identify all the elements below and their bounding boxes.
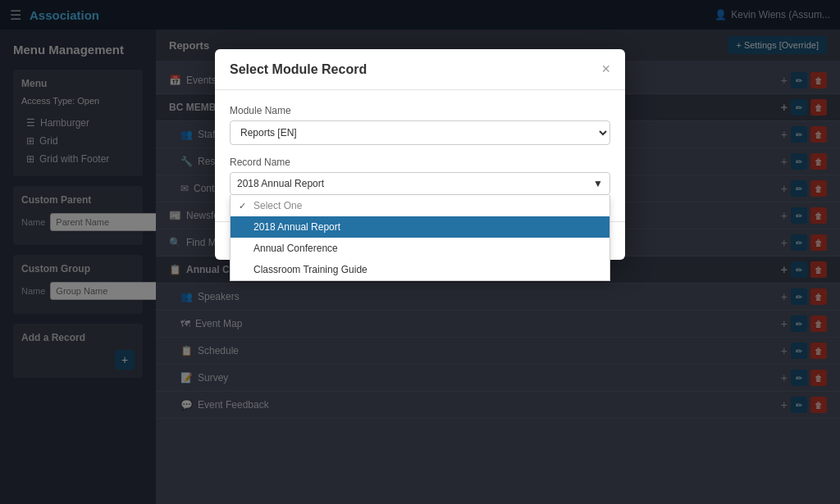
- dropdown-chevron-icon: ▼: [593, 178, 603, 189]
- dropdown-option-annual-conference[interactable]: Annual Conference: [231, 238, 609, 259]
- modal-header: Select Module Record ×: [215, 49, 625, 90]
- record-name-group: Record Name 2018 Annual Report ▼ ✓ Selec…: [230, 157, 610, 195]
- record-name-dropdown: 2018 Annual Report ▼ ✓ Select One 2018 A…: [230, 172, 610, 195]
- dropdown-option-label: 2018 Annual Report: [253, 221, 340, 233]
- record-name-dropdown-trigger[interactable]: 2018 Annual Report ▼: [230, 172, 610, 195]
- dropdown-option-label: Annual Conference: [253, 243, 338, 254]
- modal-close-button[interactable]: ×: [601, 61, 610, 78]
- module-name-label: Module Name: [230, 105, 610, 116]
- select-module-modal: Select Module Record × Module Name Repor…: [215, 49, 625, 260]
- record-name-label: Record Name: [230, 157, 610, 168]
- dropdown-option-classroom-guide[interactable]: Classroom Training Guide: [231, 259, 609, 280]
- module-name-select[interactable]: Reports [EN]: [230, 120, 610, 145]
- dropdown-option-annual-report[interactable]: 2018 Annual Report: [231, 216, 609, 238]
- dropdown-list: ✓ Select One 2018 Annual Report Annual C…: [230, 195, 610, 281]
- dropdown-option-placeholder[interactable]: ✓ Select One: [231, 195, 609, 216]
- dropdown-selected-value: 2018 Annual Report: [237, 178, 324, 189]
- modal-body: Module Name Reports [EN] Record Name 201…: [215, 90, 625, 221]
- module-name-group: Module Name Reports [EN]: [230, 105, 610, 145]
- dropdown-option-label: Classroom Training Guide: [253, 264, 368, 275]
- modal-overlay: Select Module Record × Module Name Repor…: [0, 0, 840, 504]
- modal-title: Select Module Record: [230, 62, 367, 77]
- dropdown-option-label: Select One: [253, 200, 302, 211]
- check-icon: ✓: [239, 201, 249, 211]
